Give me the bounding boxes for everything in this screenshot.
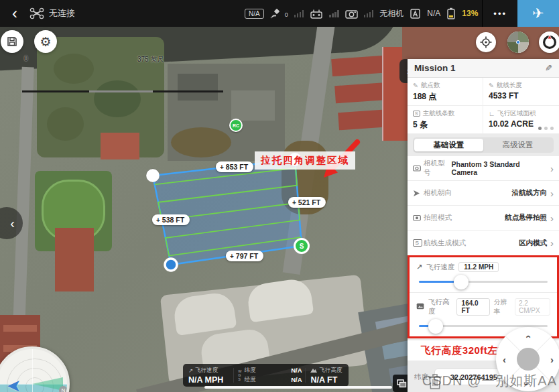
- nudge-right-button[interactable]: ›: [550, 354, 554, 365]
- rc-signal-bars: [329, 10, 339, 17]
- tab-basic-settings[interactable]: 基础设置: [414, 139, 483, 151]
- heading-icon: [413, 190, 422, 197]
- mission-title: Mission 1: [414, 63, 456, 73]
- speed-slider-row: ↗ 飞行速度 11.2 MPH: [410, 257, 557, 292]
- nudge-up-button[interactable]: ›: [521, 335, 533, 338]
- mission-header: Mission 1 ✎: [408, 59, 559, 78]
- move-icon: +: [292, 199, 296, 206]
- speed-icon: ↗: [416, 263, 422, 271]
- pen-icon: ✎: [489, 82, 494, 89]
- attitude-compass: ➤ N: [0, 346, 70, 392]
- ruler-icon: ∟: [489, 110, 495, 117]
- chevron-right-icon: ›: [550, 163, 554, 174]
- highlight-red-box: ↗ 飞行速度 11.2 MPH 飞行高度 164.0 FT 分辨率 2.2 CM…: [408, 255, 559, 338]
- takeoff-button[interactable]: ✈: [517, 0, 559, 27]
- move-icon: +: [156, 216, 160, 224]
- edge-label-top: +853 FT: [216, 161, 253, 172]
- edit-mission-button[interactable]: ✎: [545, 63, 552, 73]
- settings-tabs: 基础设置 高级设置: [413, 137, 554, 153]
- satellite-count: 0: [285, 11, 288, 18]
- gear-icon: ⚙: [40, 34, 51, 50]
- telemetry-alt-value: N/A FT: [310, 375, 343, 385]
- row-route-mode[interactable]: S 航线生成模式 区内模式 ›: [408, 231, 559, 255]
- altitude-res-icon: [416, 303, 424, 311]
- mission-stats: ✎航点数 188 点 ✎航线长度 4533 FT S主航线条数 5 条 ∟飞行区…: [408, 78, 559, 134]
- altitude-slider-thumb[interactable]: [428, 319, 443, 334]
- drone-icon: [29, 7, 44, 19]
- chevron-right-icon: ›: [550, 188, 554, 199]
- photo-mode-icon: [413, 214, 422, 221]
- flight-mode-value: N/A: [427, 9, 440, 18]
- nudge-left-button[interactable]: ‹: [503, 354, 506, 365]
- row-photo-mode[interactable]: 拍照模式 航点悬停拍照 ›: [408, 206, 559, 231]
- save-button[interactable]: [1, 30, 23, 53]
- annotation-hint: 拉托四角调整区域: [255, 151, 355, 170]
- compass-button[interactable]: [539, 31, 559, 53]
- locate-button[interactable]: [476, 32, 496, 52]
- satellite-icon: [270, 8, 282, 19]
- scale-label: 375 英尺: [137, 55, 164, 64]
- stats-page-dots[interactable]: [538, 127, 554, 130]
- speed-slider[interactable]: [419, 281, 548, 283]
- mission-panel: Mission 1 ✎ ✎航点数 188 点 ✎航线长度 4533 FT S主航…: [408, 59, 559, 392]
- telemetry-coords: 纬度N/A 经度N/A: [241, 367, 304, 384]
- top-status-bar: ‹ 无连接 N/A 0 无相机 N/A 13% ••• ✈: [0, 0, 559, 27]
- more-button[interactable]: •••: [483, 9, 517, 19]
- rc-home-marker: RC: [229, 119, 243, 132]
- move-icon: +: [230, 253, 234, 260]
- telemetry-speed-label: 飞行速度: [195, 367, 218, 375]
- nudge-center-button[interactable]: [517, 348, 540, 371]
- wgs-label: WGS: [234, 369, 241, 381]
- route-mode-icon: S: [413, 239, 422, 247]
- stat-main-lines: S主航线条数 5 条: [408, 106, 483, 134]
- compass-north-badge: N: [59, 386, 68, 392]
- scale-zero: 0: [24, 55, 28, 62]
- chevron-right-icon: ›: [550, 237, 554, 249]
- stat-route-length: ✎航线长度 4533 FT: [483, 78, 559, 106]
- chevron-right-icon: ›: [550, 212, 554, 224]
- speed-value-box[interactable]: 11.2 MPH: [458, 262, 499, 272]
- copy-icon: [397, 379, 407, 388]
- camera-small-icon: [413, 165, 422, 172]
- thumbnail-dot: [516, 40, 520, 44]
- speed-slider-thumb[interactable]: [454, 275, 469, 289]
- camera-status: 无相机: [379, 8, 403, 19]
- altitude-value-box[interactable]: 164.0 FT: [456, 298, 490, 316]
- crosshair-icon: [480, 36, 492, 48]
- resolution-value: 2.2 CM/PX: [515, 298, 550, 316]
- back-button[interactable]: ‹: [0, 1, 29, 26]
- telemetry-speed-value: N/A MPH: [188, 375, 228, 385]
- scale-bar: [22, 90, 223, 92]
- watermark: CSDN @一别如斯AA: [422, 372, 557, 390]
- remote-controller-icon: [310, 9, 323, 19]
- connection-status: 无连接: [49, 7, 75, 19]
- battery-icon: [446, 7, 456, 19]
- chevron-left-icon: ‹: [10, 216, 15, 231]
- gps-mode-badge: N/A: [245, 9, 264, 19]
- map-thumbnail-button[interactable]: [507, 31, 529, 53]
- row-camera-model[interactable]: 相机型号 Phantom 3 Standard Camera ›: [408, 156, 559, 181]
- edge-label-bottom: +797 FT: [226, 251, 263, 261]
- camera-icon: [345, 9, 358, 19]
- gps-signal-bars: [294, 10, 304, 17]
- battery-percent: 13%: [462, 9, 478, 18]
- flight-mode-icon: [410, 8, 421, 19]
- edge-label-right: +521 FT: [288, 197, 326, 208]
- plane-icon: ✈: [532, 5, 544, 21]
- tab-advanced-settings[interactable]: 高级设置: [483, 139, 552, 151]
- route-icon: S: [413, 111, 420, 117]
- altitude-icon: [310, 367, 317, 374]
- map-redroofs-leftmid: [55, 228, 94, 291]
- move-icon: +: [220, 164, 224, 171]
- speed-icon: ↗: [188, 367, 193, 374]
- pen-icon: ✎: [413, 82, 418, 89]
- stat-waypoints: ✎航点数 188 点: [408, 78, 483, 106]
- telemetry-alt-label: 飞行高度: [319, 367, 342, 375]
- settings-button[interactable]: ⚙: [34, 30, 57, 53]
- compass-icon: [542, 34, 558, 50]
- home-indicator[interactable]: [204, 386, 392, 389]
- save-icon: [7, 36, 17, 47]
- row-camera-heading[interactable]: 相机朝向 沿航线方向 ›: [408, 181, 559, 206]
- map-courts-small: [101, 133, 139, 159]
- telemetry-bar: ↗飞行速度 N/A MPH WGS 纬度N/A 经度N/A 飞行高度 N/A F…: [183, 364, 349, 387]
